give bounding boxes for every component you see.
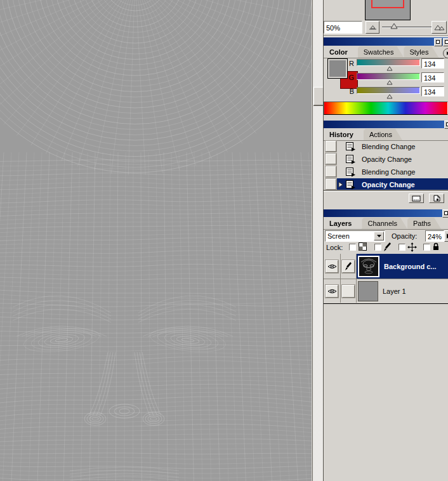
color-spectrum-ramp[interactable] [324, 102, 448, 115]
history-source-well[interactable] [326, 179, 336, 190]
color-panel-titlebar[interactable] [324, 37, 448, 46]
channel-b-value-input[interactable] [421, 86, 444, 96]
transparency-checker-icon [359, 242, 367, 251]
zoom-in-icon [434, 24, 445, 30]
tab-channels-label: Channels [367, 220, 397, 227]
new-document-from-state-button[interactable] [409, 194, 424, 203]
channel-r-slider-thumb[interactable] [386, 66, 393, 71]
paintbrush-icon [345, 262, 352, 270]
navigator-zoom-in-button[interactable] [432, 21, 447, 34]
new-document-from-state-icon [412, 195, 421, 202]
blend-mode-dropdown-button[interactable] [374, 232, 384, 240]
blend-mode-select[interactable]: Screen [325, 230, 385, 242]
navigator-zoom-out-button[interactable] [366, 21, 379, 34]
tab-swatches[interactable]: Swatches [358, 46, 404, 58]
eye-icon [327, 263, 337, 270]
lock-position-checkbox[interactable] [399, 244, 405, 251]
navigator-view-box[interactable] [371, 0, 404, 8]
layer-name: Background c... [384, 263, 437, 270]
eye-icon [327, 288, 337, 294]
palette-dock: Color Swatches Styles R G B [324, 0, 448, 481]
tab-paths-label: Paths [413, 220, 431, 227]
blend-mode-value: Screen [327, 232, 350, 240]
chevron-down-icon [376, 234, 382, 238]
opacity-value-input[interactable] [425, 230, 444, 242]
tab-layers[interactable]: Layers [324, 218, 362, 229]
layer-row-background-copy[interactable]: Background c... [324, 254, 448, 279]
tab-history[interactable]: History [324, 129, 364, 140]
layers-panel-titlebar[interactable] [324, 209, 448, 217]
lock-all-checkbox[interactable] [423, 244, 430, 251]
canvas-vertical-scrollbar[interactable] [312, 0, 324, 481]
layer-main[interactable]: Background c... [357, 254, 448, 279]
channel-g-value-input[interactable] [421, 72, 444, 82]
history-bottom-bar [324, 191, 448, 204]
tab-color[interactable]: Color [324, 46, 358, 58]
history-state-icon [345, 154, 357, 164]
lock-transparency-checkbox[interactable] [349, 244, 356, 251]
history-item-label: Blending Change [362, 143, 415, 150]
foreground-color-swatch[interactable] [327, 58, 348, 79]
history-source-well[interactable] [326, 154, 336, 164]
channel-r-value-input[interactable] [421, 58, 444, 69]
navigator-zoom-input[interactable] [324, 21, 362, 34]
navigator-thumbnail[interactable] [365, 0, 411, 20]
layers-panel: Layers Channels Paths Screen Opacity: Lo… [324, 209, 448, 304]
history-panel-titlebar[interactable] [324, 121, 448, 128]
channel-b-label: B [348, 88, 354, 95]
palette-menu-button[interactable] [443, 48, 448, 58]
history-panel-tabs: History Actions [324, 128, 448, 141]
channel-b-slider-thumb[interactable] [386, 94, 393, 99]
navigator-bottom-edge [324, 36, 448, 37]
layer-main[interactable]: Layer 1 [357, 279, 448, 303]
new-snapshot-button[interactable] [429, 194, 444, 203]
channel-r-label: R [348, 60, 354, 67]
layer-thumbnail[interactable] [358, 256, 379, 277]
layer-link-cell [341, 254, 357, 279]
tab-styles-label: Styles [409, 48, 428, 56]
channel-g-slider-thumb[interactable] [386, 80, 393, 85]
history-item-label: Opacity Change [362, 155, 412, 163]
tab-swatches-label: Swatches [364, 48, 394, 56]
layer-thumbnail[interactable] [358, 281, 378, 301]
new-snapshot-icon [433, 195, 440, 202]
history-source-well[interactable] [326, 141, 336, 152]
layer-link-cell [341, 279, 357, 303]
lock-label: Lock: [326, 244, 343, 251]
paintbrush-icon [384, 242, 391, 251]
tab-actions[interactable]: Actions [364, 129, 402, 140]
channel-r-slider[interactable] [357, 59, 420, 66]
layer-thumbnail-face [359, 257, 378, 276]
history-state-icon [345, 180, 357, 190]
lock-pixels-checkbox[interactable] [374, 244, 381, 251]
history-panel: History Actions Blending Change [324, 121, 448, 203]
tab-paths[interactable]: Paths [407, 218, 441, 229]
layer-row-layer-1[interactable]: Layer 1 [324, 279, 448, 303]
history-item[interactable]: Blending Change [324, 166, 448, 178]
opacity-label: Opacity: [392, 232, 417, 240]
history-source-well[interactable] [326, 166, 336, 177]
tab-layers-label: Layers [329, 220, 352, 227]
channel-g-slider[interactable] [357, 73, 420, 80]
history-state-icon [345, 167, 357, 177]
history-item[interactable]: Blending Change [324, 140, 448, 153]
layer-visibility-cell[interactable] [324, 254, 341, 279]
history-current-state-marker[interactable] [338, 181, 343, 188]
history-item-label: Opacity Change [362, 181, 415, 188]
zoom-out-icon [369, 25, 376, 30]
navigator-zoom-slider-thumb[interactable] [390, 23, 399, 29]
layer-visibility-cell[interactable] [324, 279, 341, 303]
tab-actions-label: Actions [369, 131, 392, 138]
color-panel: Color Swatches Styles R G B [324, 37, 448, 115]
channel-b-slider[interactable] [357, 87, 420, 94]
tab-styles[interactable]: Styles [404, 46, 438, 58]
layer-name: Layer 1 [383, 287, 406, 295]
canvas-wireframe-face[interactable] [0, 0, 312, 481]
history-item-selected[interactable]: Opacity Change [324, 178, 448, 191]
layers-panel-tabs: Layers Channels Paths [324, 217, 448, 230]
tab-channels[interactable]: Channels [362, 218, 407, 229]
tab-color-label: Color [329, 48, 348, 56]
opacity-slider-arrow-button[interactable] [444, 230, 448, 242]
history-item[interactable]: Opacity Change [324, 153, 448, 166]
channel-g-label: G [348, 74, 354, 81]
